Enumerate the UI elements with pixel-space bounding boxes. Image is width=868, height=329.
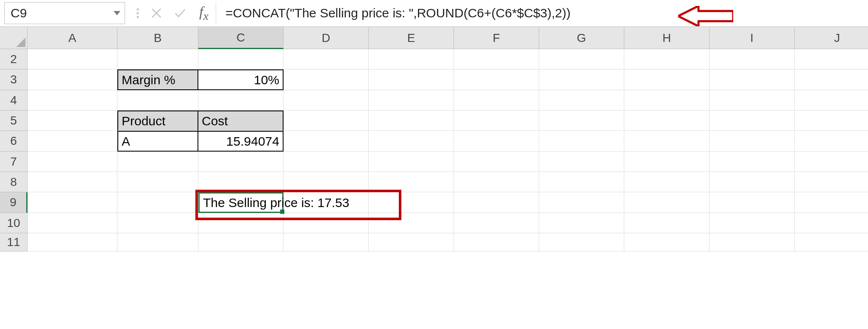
cell-J8[interactable] xyxy=(795,172,868,192)
cell-H5[interactable] xyxy=(624,111,709,131)
cell-E8[interactable] xyxy=(369,172,454,192)
col-header-C[interactable]: C xyxy=(198,27,284,49)
row-header-10[interactable]: 10 xyxy=(0,213,28,233)
cell-A9[interactable] xyxy=(28,192,117,213)
cell-J9[interactable] xyxy=(795,192,868,213)
cell-C3[interactable]: 10% xyxy=(198,69,284,90)
cell-F10[interactable] xyxy=(454,213,539,233)
cell-H6[interactable] xyxy=(624,131,709,152)
cell-H7[interactable] xyxy=(624,152,709,172)
col-header-F[interactable]: F xyxy=(454,27,539,49)
cell-F11[interactable] xyxy=(454,233,539,252)
row-header-3[interactable]: 3 xyxy=(0,69,28,90)
row-header-7[interactable]: 7 xyxy=(0,152,28,172)
cell-B11[interactable] xyxy=(117,233,198,252)
cell-J3[interactable] xyxy=(795,69,868,90)
row-header-4[interactable]: 4 xyxy=(0,90,28,111)
chevron-down-icon[interactable] xyxy=(114,11,120,15)
cell-B4[interactable] xyxy=(117,90,198,111)
cell-F6[interactable] xyxy=(454,131,539,152)
cell-D2[interactable] xyxy=(284,49,369,69)
cell-G7[interactable] xyxy=(539,152,624,172)
row-header-2[interactable]: 2 xyxy=(0,49,28,69)
cell-A5[interactable] xyxy=(28,111,117,131)
name-box[interactable]: C9 xyxy=(4,2,125,24)
cell-C11[interactable] xyxy=(198,233,284,252)
cell-D10[interactable] xyxy=(284,213,369,233)
cell-G6[interactable] xyxy=(539,131,624,152)
col-header-I[interactable]: I xyxy=(709,27,795,49)
cell-H3[interactable] xyxy=(624,69,709,90)
row-header-11[interactable]: 11 xyxy=(0,233,28,252)
cell-F3[interactable] xyxy=(454,69,539,90)
col-header-D[interactable]: D xyxy=(284,27,369,49)
row-header-5[interactable]: 5 xyxy=(0,111,28,131)
cell-I10[interactable] xyxy=(709,213,795,233)
cell-B7[interactable] xyxy=(117,152,198,172)
row-header-8[interactable]: 8 xyxy=(0,172,28,192)
cell-D8[interactable] xyxy=(284,172,369,192)
cell-B8[interactable] xyxy=(117,172,198,192)
cell-A2[interactable] xyxy=(28,49,117,69)
row-header-6[interactable]: 6 xyxy=(0,131,28,152)
cell-D4[interactable] xyxy=(284,90,369,111)
formula-input[interactable]: =CONCAT("The Selling price is: ",ROUND(C… xyxy=(216,2,864,24)
cell-I5[interactable] xyxy=(709,111,795,131)
cell-G10[interactable] xyxy=(539,213,624,233)
cell-B2[interactable] xyxy=(117,49,198,69)
cell-A7[interactable] xyxy=(28,152,117,172)
cell-F4[interactable] xyxy=(454,90,539,111)
col-header-A[interactable]: A xyxy=(28,27,117,49)
cell-A3[interactable] xyxy=(28,69,117,90)
cell-H2[interactable] xyxy=(624,49,709,69)
cell-I6[interactable] xyxy=(709,131,795,152)
formula-expand-icon[interactable]: ••• xyxy=(131,8,145,18)
cell-H10[interactable] xyxy=(624,213,709,233)
cell-I2[interactable] xyxy=(709,49,795,69)
cell-G8[interactable] xyxy=(539,172,624,192)
cell-H11[interactable] xyxy=(624,233,709,252)
cell-E7[interactable] xyxy=(369,152,454,172)
cell-J4[interactable] xyxy=(795,90,868,111)
cell-E9[interactable] xyxy=(369,192,454,213)
cell-D6[interactable] xyxy=(284,131,369,152)
cell-A6[interactable] xyxy=(28,131,117,152)
cell-A8[interactable] xyxy=(28,172,117,192)
cell-I4[interactable] xyxy=(709,90,795,111)
cell-J6[interactable] xyxy=(795,131,868,152)
cell-E2[interactable] xyxy=(369,49,454,69)
cell-C4[interactable] xyxy=(198,90,284,111)
cell-H4[interactable] xyxy=(624,90,709,111)
cell-F8[interactable] xyxy=(454,172,539,192)
cell-D3[interactable] xyxy=(284,69,369,90)
cell-B10[interactable] xyxy=(117,213,198,233)
cell-J10[interactable] xyxy=(795,213,868,233)
cell-G11[interactable] xyxy=(539,233,624,252)
cell-A4[interactable] xyxy=(28,90,117,111)
cell-H8[interactable] xyxy=(624,172,709,192)
cell-F7[interactable] xyxy=(454,152,539,172)
cell-J11[interactable] xyxy=(795,233,868,252)
cell-I9[interactable] xyxy=(709,192,795,213)
cell-G3[interactable] xyxy=(539,69,624,90)
cell-I11[interactable] xyxy=(709,233,795,252)
cell-A10[interactable] xyxy=(28,213,117,233)
cell-G5[interactable] xyxy=(539,111,624,131)
cell-J5[interactable] xyxy=(795,111,868,131)
cell-H9[interactable] xyxy=(624,192,709,213)
cell-J2[interactable] xyxy=(795,49,868,69)
cell-I8[interactable] xyxy=(709,172,795,192)
col-header-G[interactable]: G xyxy=(539,27,624,49)
cell-E5[interactable] xyxy=(369,111,454,131)
cell-E4[interactable] xyxy=(369,90,454,111)
col-header-B[interactable]: B xyxy=(117,27,198,49)
cell-B3[interactable]: Margin % xyxy=(117,69,198,90)
cell-I7[interactable] xyxy=(709,152,795,172)
cell-B6[interactable]: A xyxy=(117,131,198,152)
cell-F5[interactable] xyxy=(454,111,539,131)
cell-C7[interactable] xyxy=(198,152,284,172)
cell-A11[interactable] xyxy=(28,233,117,252)
cell-F9[interactable] xyxy=(454,192,539,213)
cell-G4[interactable] xyxy=(539,90,624,111)
cell-C2[interactable] xyxy=(198,49,284,69)
